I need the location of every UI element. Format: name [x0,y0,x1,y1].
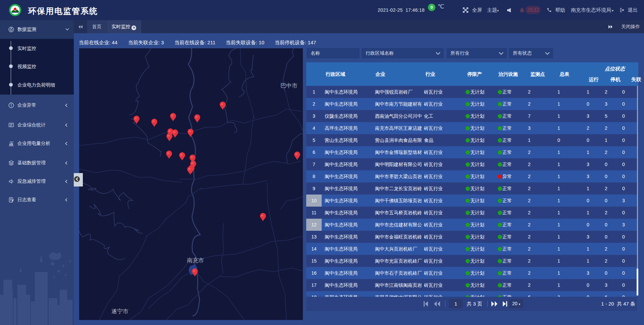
svg-text:遂宁市: 遂宁市 [111,308,128,315]
svg-text:南充市: 南充市 [187,257,204,264]
svg-text:巴中市: 巴中市 [280,83,298,89]
